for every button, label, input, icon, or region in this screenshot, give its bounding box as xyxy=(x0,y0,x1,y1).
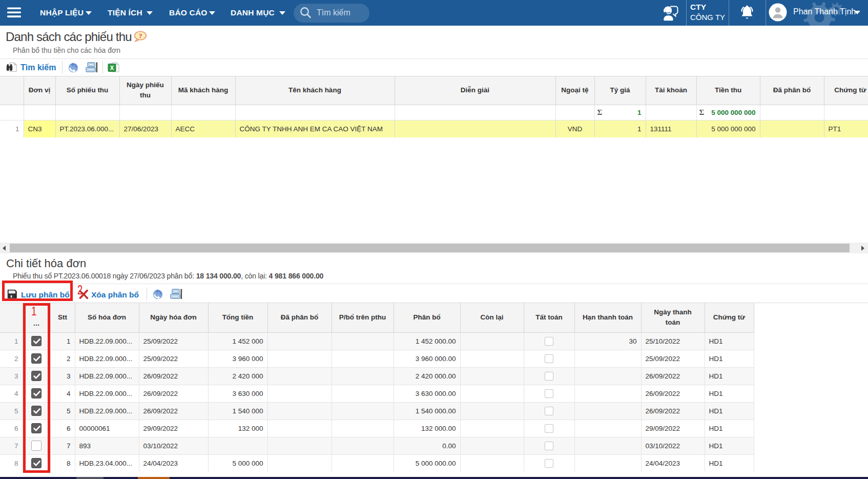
svg-text:?: ? xyxy=(139,32,142,39)
